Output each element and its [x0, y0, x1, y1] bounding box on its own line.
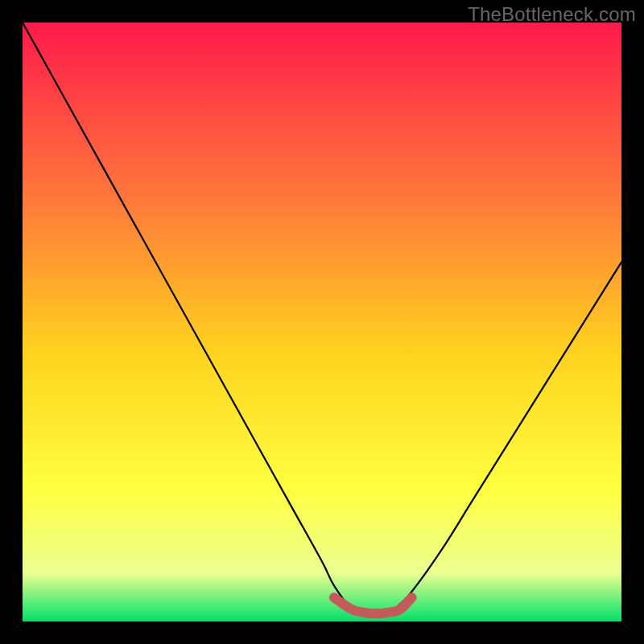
plot-gradient-background	[23, 23, 621, 621]
watermark-text: TheBottleneck.com	[468, 3, 636, 26]
bottleneck-curve-plot	[0, 0, 644, 644]
chart-frame: TheBottleneck.com	[0, 0, 644, 644]
